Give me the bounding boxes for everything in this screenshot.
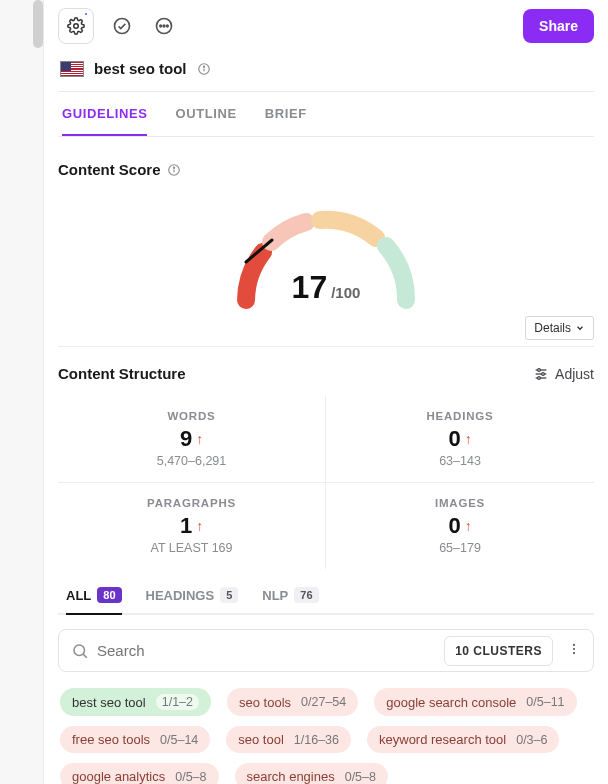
term-pill[interactable]: google search console0/5–11 <box>374 688 576 716</box>
svg-point-4 <box>163 25 165 27</box>
svg-point-17 <box>542 372 545 375</box>
term-tab-all[interactable]: ALL 80 <box>66 587 122 615</box>
main-tabs: GUIDELINES OUTLINE BRIEF <box>58 91 594 137</box>
more-button[interactable] <box>150 12 178 40</box>
details-label: Details <box>534 321 571 335</box>
term-tab-headings[interactable]: HEADINGS 5 <box>146 587 239 615</box>
info-icon[interactable] <box>167 163 181 177</box>
settings-button[interactable] <box>58 8 94 44</box>
tab-brief[interactable]: BRIEF <box>265 92 307 136</box>
adjust-label: Adjust <box>555 366 594 382</box>
term-tab-count: 76 <box>294 587 318 603</box>
metric-range: AT LEAST 169 <box>66 541 317 555</box>
svg-point-0 <box>74 24 79 29</box>
gear-icon <box>67 17 85 35</box>
term-text: free seo tools <box>72 732 150 747</box>
share-button[interactable]: Share <box>523 9 594 43</box>
metric-words: WORDS 9↑ 5,470–6,291 <box>58 396 326 483</box>
metric-label: PARAGRAPHS <box>66 497 317 509</box>
term-tabs: ALL 80 HEADINGS 5 NLP 76 <box>58 569 594 615</box>
term-pill[interactable]: keyword research tool0/3–6 <box>367 726 559 753</box>
info-icon[interactable] <box>197 62 211 76</box>
keyword-row: best seo tool <box>58 52 594 91</box>
search-bar: 10 CLUSTERS <box>58 629 594 672</box>
left-gutter <box>0 0 44 784</box>
arrow-up-icon: ↑ <box>465 431 472 447</box>
svg-point-22 <box>573 647 575 649</box>
metric-label: WORDS <box>66 410 317 422</box>
tab-outline[interactable]: OUTLINE <box>175 92 236 136</box>
score-gauge: 17 /100 <box>216 190 436 310</box>
term-tab-count: 5 <box>220 587 238 603</box>
term-range: 0/5–8 <box>175 770 206 784</box>
term-text: best seo tool <box>72 695 146 710</box>
search-more-button[interactable] <box>561 642 587 660</box>
term-tab-label: ALL <box>66 588 91 603</box>
arrow-up-icon: ↑ <box>196 518 203 534</box>
metric-label: IMAGES <box>334 497 586 509</box>
search-input[interactable] <box>97 634 436 667</box>
svg-point-18 <box>538 376 541 379</box>
term-range: 1/16–36 <box>294 733 339 747</box>
svg-point-8 <box>203 66 204 67</box>
term-text: google search console <box>386 695 516 710</box>
us-flag-icon <box>60 61 84 77</box>
check-circle-icon <box>112 16 132 36</box>
metric-headings: HEADINGS 0↑ 63–143 <box>326 396 594 483</box>
term-tab-label: HEADINGS <box>146 588 215 603</box>
chevron-down-icon <box>575 323 585 333</box>
term-tab-nlp[interactable]: NLP 76 <box>262 587 318 615</box>
term-text: search engines <box>247 769 335 784</box>
arrow-up-icon: ↑ <box>196 431 203 447</box>
top-bar: Share <box>58 0 594 52</box>
term-tab-count: 80 <box>97 587 121 603</box>
metric-images: IMAGES 0↑ 65–179 <box>326 483 594 569</box>
svg-line-20 <box>83 654 86 657</box>
check-button[interactable] <box>108 12 136 40</box>
score-max: /100 <box>331 284 360 301</box>
metric-value: 0 <box>448 513 460 539</box>
metric-range: 5,470–6,291 <box>66 454 317 468</box>
svg-point-16 <box>538 368 541 371</box>
arrow-up-icon: ↑ <box>465 518 472 534</box>
term-tab-label: NLP <box>262 588 288 603</box>
details-button[interactable]: Details <box>525 316 594 340</box>
notification-dot <box>83 11 89 17</box>
term-pill[interactable]: search engines0/5–8 <box>235 763 388 784</box>
term-pill[interactable]: google analytics0/5–8 <box>60 763 219 784</box>
metric-value: 1 <box>180 513 192 539</box>
metric-range: 65–179 <box>334 541 586 555</box>
clusters-button[interactable]: 10 CLUSTERS <box>444 636 553 666</box>
metric-range: 63–143 <box>334 454 586 468</box>
svg-point-23 <box>573 652 575 654</box>
term-range: 0/5–8 <box>345 770 376 784</box>
term-range: 0/3–6 <box>516 733 547 747</box>
svg-point-11 <box>173 167 174 168</box>
term-text: keyword research tool <box>379 732 506 747</box>
svg-point-21 <box>573 643 575 645</box>
svg-point-3 <box>160 25 162 27</box>
tab-guidelines[interactable]: GUIDELINES <box>62 92 147 136</box>
svg-point-5 <box>167 25 169 27</box>
more-horizontal-icon <box>154 16 174 36</box>
metrics-grid: WORDS 9↑ 5,470–6,291 HEADINGS 0↑ 63–143 … <box>58 396 594 569</box>
term-text: seo tools <box>239 695 291 710</box>
term-pill[interactable]: best seo tool1/1–2 <box>60 688 211 716</box>
term-pill[interactable]: free seo tools0/5–14 <box>60 726 210 753</box>
term-range: 1/1–2 <box>156 694 199 710</box>
term-text: seo tool <box>238 732 284 747</box>
adjust-button[interactable]: Adjust <box>533 366 594 382</box>
metric-value: 0 <box>448 426 460 452</box>
more-vertical-icon <box>567 642 581 656</box>
term-pills: best seo tool1/1–2seo tools0/27–54google… <box>58 672 594 784</box>
metric-value: 9 <box>180 426 192 452</box>
metric-paragraphs: PARAGRAPHS 1↑ AT LEAST 169 <box>58 483 326 569</box>
term-text: google analytics <box>72 769 165 784</box>
content-structure-title: Content Structure <box>58 365 186 382</box>
term-range: 0/27–54 <box>301 695 346 709</box>
search-icon <box>71 642 89 660</box>
term-pill[interactable]: seo tool1/16–36 <box>226 726 351 753</box>
term-pill[interactable]: seo tools0/27–54 <box>227 688 358 716</box>
scrollbar-thumb[interactable] <box>33 0 43 48</box>
term-range: 0/5–11 <box>526 695 564 709</box>
